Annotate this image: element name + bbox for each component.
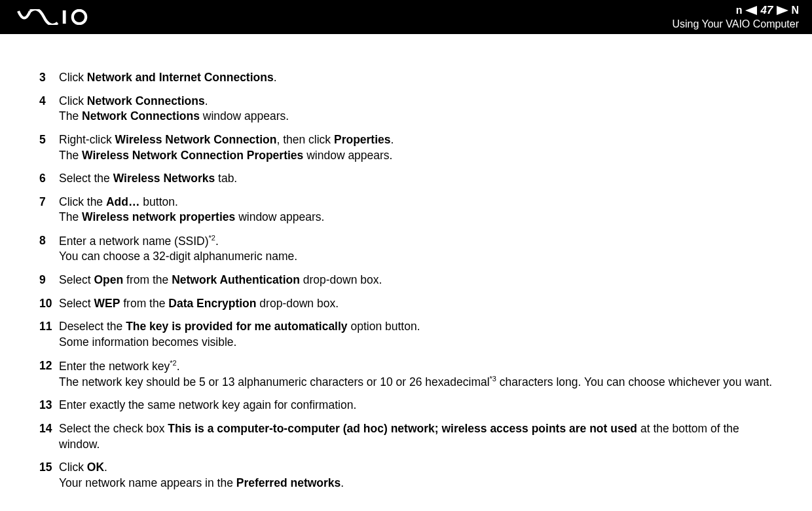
svg-rect-0 — [63, 10, 66, 24]
nav-n-right: N — [791, 5, 799, 16]
section-title: Using Your VAIO Computer — [672, 18, 799, 30]
step-text: Select Open from the Network Authenticat… — [59, 273, 773, 288]
text: Enter a network name (SSID) — [59, 235, 209, 248]
text: Right-click — [59, 133, 115, 146]
text: , then click — [276, 133, 334, 146]
bold-text: OK — [87, 461, 104, 474]
vaio-logo — [13, 9, 98, 25]
step-15: 15 Click OK. Your network name appears i… — [39, 460, 773, 491]
text: Some information becomes visible. — [59, 335, 773, 350]
page-number: 47 — [760, 4, 775, 17]
footnote-ref: *3 — [490, 375, 496, 383]
text: window appears. — [200, 109, 289, 123]
step-11: 11 Deselect the The key is provided for … — [39, 319, 773, 350]
footnote-ref: *2 — [209, 234, 215, 242]
page-nav: n 47 N — [672, 4, 799, 17]
bold-text: WEP — [94, 297, 120, 310]
step-text: Click Network and Internet Connections. — [59, 70, 773, 86]
bold-text: Network and Internet Connections — [87, 71, 274, 84]
step-14: 14 Select the check box This is a comput… — [39, 421, 773, 452]
text: window appears. — [303, 149, 392, 162]
text: button. — [140, 195, 178, 208]
text: Click — [59, 94, 87, 107]
text: Enter the network key — [59, 359, 170, 372]
text: Click — [59, 461, 87, 474]
step-text: Enter exactly the same network key again… — [59, 398, 773, 413]
bold-text: Open — [94, 273, 124, 286]
text: Enter exactly the same network key again… — [59, 398, 356, 411]
text: option button. — [348, 320, 420, 333]
bold-text: The key is provided for me automatically — [126, 320, 347, 333]
bold-text: Wireless Network Connection Properties — [82, 149, 303, 162]
bold-text: Data Encryption — [168, 297, 256, 310]
text: . — [391, 133, 394, 146]
step-text: Enter the network key*2. The network key… — [59, 358, 773, 390]
text: characters long. You can choose whicheve… — [496, 375, 772, 388]
text: Click the — [59, 195, 106, 208]
bold-text: Network Connections — [87, 94, 205, 107]
bold-text: Wireless network properties — [82, 210, 235, 223]
text: The — [59, 210, 82, 223]
step-4: 4 Click Network Connections. The Network… — [39, 94, 773, 124]
nav-n-left: n — [736, 5, 743, 16]
nav-next-icon[interactable] — [777, 6, 788, 15]
step-number: 9 — [39, 273, 59, 288]
text: Click — [59, 71, 87, 84]
page-header: n 47 N Using Your VAIO Computer — [0, 0, 812, 34]
text: You can choose a 32-digit alphanumeric n… — [59, 249, 773, 265]
bold-text: Network Authentication — [172, 273, 300, 286]
step-text: Click the Add… button. The Wireless netw… — [59, 195, 773, 225]
step-number: 6 — [39, 171, 59, 187]
step-text: Select the Wireless Networks tab. — [59, 171, 773, 187]
text: . — [274, 71, 277, 84]
text: . — [177, 359, 180, 372]
step-12: 12 Enter the network key*2. The network … — [39, 358, 773, 390]
step-number: 3 — [39, 70, 59, 86]
text: Your network name appears in the — [59, 476, 236, 489]
text: tab. — [215, 172, 237, 185]
text: The network key should be 5 or 13 alphan… — [59, 375, 490, 388]
step-9: 9 Select Open from the Network Authentic… — [39, 273, 773, 288]
text: . — [205, 94, 208, 107]
bold-text: Add… — [106, 195, 140, 208]
text: Select — [59, 273, 94, 286]
text: from the — [123, 273, 172, 286]
text: The — [59, 149, 82, 162]
text: Select the check box — [59, 422, 168, 435]
footnote-ref: *2 — [170, 359, 176, 367]
step-3: 3 Click Network and Internet Connections… — [39, 70, 773, 86]
bold-text: Wireless Networks — [113, 172, 215, 185]
step-number: 8 — [39, 233, 59, 265]
step-text: Enter a network name (SSID)*2. You can c… — [59, 233, 773, 265]
step-number: 15 — [39, 460, 59, 491]
text: . — [215, 235, 219, 248]
svg-marker-2 — [745, 6, 757, 15]
text: . — [104, 461, 107, 474]
step-text: Select WEP from the Data Encryption drop… — [59, 296, 773, 312]
text: drop-down box. — [257, 297, 339, 310]
step-8: 8 Enter a network name (SSID)*2. You can… — [39, 233, 773, 265]
text: window appears. — [235, 210, 324, 223]
text: Select — [59, 297, 94, 310]
step-number: 4 — [39, 94, 59, 124]
bold-text: This is a computer-to-computer (ad hoc) … — [168, 422, 637, 435]
text: The — [59, 109, 82, 123]
text: drop-down box. — [300, 273, 382, 286]
step-number: 10 — [39, 296, 59, 312]
svg-marker-3 — [777, 6, 788, 15]
step-13: 13 Enter exactly the same network key ag… — [39, 398, 773, 413]
svg-point-1 — [73, 10, 86, 24]
step-number: 11 — [39, 319, 59, 350]
step-text: Deselect the The key is provided for me … — [59, 319, 773, 350]
step-10: 10 Select WEP from the Data Encryption d… — [39, 296, 773, 312]
header-right: n 47 N Using Your VAIO Computer — [672, 4, 804, 30]
bold-text: Wireless Network Connection — [115, 133, 277, 146]
text: from the — [120, 297, 168, 310]
text: Select the — [59, 172, 113, 185]
document-body: 3 Click Network and Internet Connections… — [0, 34, 812, 491]
nav-prev-icon[interactable] — [745, 6, 757, 15]
text: . — [341, 476, 344, 489]
step-6: 6 Select the Wireless Networks tab. — [39, 171, 773, 187]
text: Deselect the — [59, 320, 126, 333]
step-text: Click OK. Your network name appears in t… — [59, 460, 773, 491]
